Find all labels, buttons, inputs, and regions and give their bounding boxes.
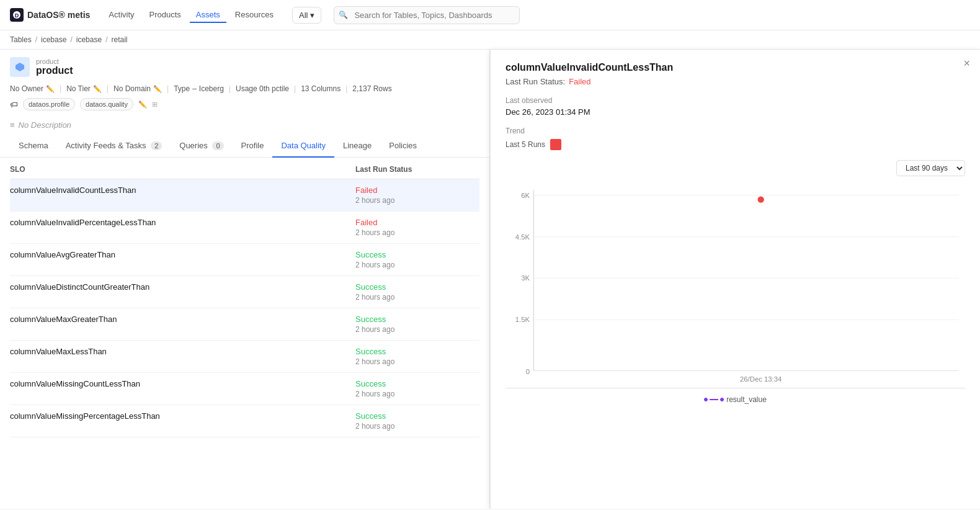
meta-type: Type – Iceberg bbox=[174, 84, 224, 93]
slo-name-6: columnValueMissingCountLessThan bbox=[10, 379, 355, 388]
tab-policies[interactable]: Policies bbox=[380, 135, 425, 158]
nav-activity[interactable]: Activity bbox=[102, 7, 140, 23]
breadcrumb-sep2: / bbox=[70, 35, 72, 44]
slo-name-0: columnValueInvalidCountLessThan bbox=[10, 186, 355, 195]
usage-label: Usage 0th pctile bbox=[236, 84, 289, 93]
legend-result-value: result_value bbox=[704, 395, 767, 404]
status-col-2: Success 2 hours ago bbox=[355, 250, 479, 269]
y-label-0: 0 bbox=[526, 368, 530, 375]
last-runs-label: Last 5 Runs bbox=[506, 140, 545, 149]
breadcrumb-retail[interactable]: retail bbox=[111, 35, 127, 44]
chart-svg: 6K 4.5K 3K 1.5K 0 26/Dec bbox=[506, 184, 965, 388]
y-label-6k: 6K bbox=[521, 192, 530, 199]
trend-label: Trend bbox=[506, 127, 965, 135]
slo-name-7: columnValueMissingPercentageLessThan bbox=[10, 411, 355, 421]
breadcrumb-sep3: / bbox=[105, 35, 107, 44]
tab-activity[interactable]: Activity Feeds & Tasks 2 bbox=[57, 135, 171, 158]
status-value-2: Success bbox=[355, 250, 479, 259]
slo-name-2: columnValueAvgGreaterThan bbox=[10, 250, 355, 259]
breadcrumb: Tables / icebase / icebase / retail bbox=[0, 30, 980, 50]
nav-products[interactable]: Products bbox=[143, 7, 187, 23]
nav-filter-button[interactable]: All ▾ bbox=[292, 7, 321, 24]
breadcrumb-icebase1[interactable]: icebase bbox=[41, 35, 66, 44]
filter-label: All bbox=[299, 11, 308, 20]
meta-rows: 2,137 Rows bbox=[352, 84, 391, 93]
drawer-close-button[interactable]: × bbox=[963, 57, 970, 70]
status-time-1: 2 hours ago bbox=[355, 228, 479, 237]
top-nav: D DataOS® metis Activity Products Assets… bbox=[0, 0, 980, 30]
description-icon: ≡ bbox=[10, 120, 15, 130]
y-label-45k: 4.5K bbox=[515, 233, 530, 241]
status-col-0: Failed 2 hours ago bbox=[355, 186, 479, 205]
sep2: | bbox=[107, 84, 109, 93]
chart-controls: Last 90 days Last 30 days Last 7 days bbox=[506, 160, 965, 176]
product-header: product product No Owner ✏️ | No Tier ✏️… bbox=[0, 50, 489, 115]
edit-owner-icon[interactable]: ✏️ bbox=[46, 85, 55, 93]
slo-name-1: columnValueInvalidPercentageLessThan bbox=[10, 218, 355, 227]
search-container: 🔍 bbox=[334, 6, 520, 24]
tag-profile: dataos.profile bbox=[23, 98, 75, 110]
status-time-3: 2 hours ago bbox=[355, 293, 479, 302]
status-col-6: Success 2 hours ago bbox=[355, 379, 479, 398]
table-row[interactable]: columnValueAvgGreaterThan Success 2 hour… bbox=[10, 244, 479, 276]
drawer-status-value: Failed bbox=[569, 77, 590, 86]
edit-tier-icon[interactable]: ✏️ bbox=[93, 85, 102, 93]
trend-row: Last 5 Runs bbox=[506, 139, 965, 150]
search-input[interactable] bbox=[334, 6, 520, 24]
breadcrumb-icebase2[interactable]: icebase bbox=[76, 35, 102, 44]
meta-owner: No Owner ✏️ bbox=[10, 84, 55, 93]
sep4: | bbox=[229, 84, 231, 93]
tab-lineage[interactable]: Lineage bbox=[334, 135, 380, 158]
domain-label: No Domain bbox=[114, 84, 151, 93]
tab-queries[interactable]: Queries 0 bbox=[171, 135, 232, 158]
status-value-1: Failed bbox=[355, 218, 479, 227]
tab-data-quality[interactable]: Data Quality bbox=[272, 135, 334, 158]
table-row[interactable]: columnValueInvalidPercentageLessThan Fai… bbox=[10, 212, 479, 244]
breadcrumb-tables[interactable]: Tables bbox=[10, 35, 32, 44]
nav-assets[interactable]: Assets bbox=[190, 7, 226, 23]
nav-resources[interactable]: Resources bbox=[229, 7, 280, 23]
data-point bbox=[758, 197, 764, 203]
status-col-5: Success 2 hours ago bbox=[355, 347, 479, 366]
status-value-7: Success bbox=[355, 411, 479, 421]
sep6: | bbox=[345, 84, 347, 93]
type-dash: – bbox=[192, 84, 197, 93]
status-value-6: Success bbox=[355, 379, 479, 388]
legend-dot2 bbox=[720, 398, 724, 401]
drawer-status-row: Last Run Status: Failed bbox=[506, 77, 965, 86]
date-range-dropdown[interactable]: Last 90 days Last 30 days Last 7 days bbox=[896, 160, 965, 176]
status-value-5: Success bbox=[355, 347, 479, 356]
table-row[interactable]: columnValueDistinctCountGreaterThan Succ… bbox=[10, 276, 479, 308]
trend-indicator bbox=[550, 139, 561, 150]
product-name: product bbox=[36, 65, 73, 76]
logo-text: DataOS® metis bbox=[27, 10, 90, 20]
table-row[interactable]: columnValueMaxLessThan Success 2 hours a… bbox=[10, 341, 479, 373]
tab-queries-badge: 0 bbox=[212, 141, 223, 150]
tab-schema[interactable]: Schema bbox=[10, 135, 57, 158]
status-time-7: 2 hours ago bbox=[355, 422, 479, 431]
status-time-5: 2 hours ago bbox=[355, 357, 479, 366]
edit-tags-icon[interactable]: ✏️ bbox=[138, 101, 147, 109]
meta-columns: 13 Columns bbox=[301, 84, 341, 93]
table-row[interactable]: columnValueInvalidCountLessThan Failed 2… bbox=[10, 179, 479, 212]
type-label: Type bbox=[174, 84, 190, 93]
col-header-slo: SLO bbox=[10, 165, 355, 174]
table-row[interactable]: columnValueMissingCountLessThan Success … bbox=[10, 373, 479, 405]
main-layout: product product No Owner ✏️ | No Tier ✏️… bbox=[0, 50, 980, 509]
table-header: SLO Last Run Status bbox=[10, 158, 479, 179]
chart-legend: result_value bbox=[506, 395, 965, 404]
tab-profile[interactable]: Profile bbox=[233, 135, 273, 158]
tier-label: No Tier bbox=[66, 84, 91, 93]
edit-domain-icon[interactable]: ✏️ bbox=[153, 85, 162, 93]
status-value-0: Failed bbox=[355, 186, 479, 195]
owner-label: No Owner bbox=[10, 84, 43, 93]
legend-dot bbox=[704, 398, 708, 401]
table-row[interactable]: columnValueMaxGreaterThan Success 2 hour… bbox=[10, 308, 479, 341]
columns-label: 13 Columns bbox=[301, 84, 341, 93]
y-label-15k: 1.5K bbox=[515, 316, 530, 323]
trend-section: Trend Last 5 Runs bbox=[506, 127, 965, 150]
tab-activity-badge: 2 bbox=[151, 141, 162, 150]
add-tags-icon[interactable]: ⊞ bbox=[152, 101, 158, 109]
status-value-3: Success bbox=[355, 282, 479, 292]
table-row[interactable]: columnValueMissingPercentageLessThan Suc… bbox=[10, 405, 479, 437]
